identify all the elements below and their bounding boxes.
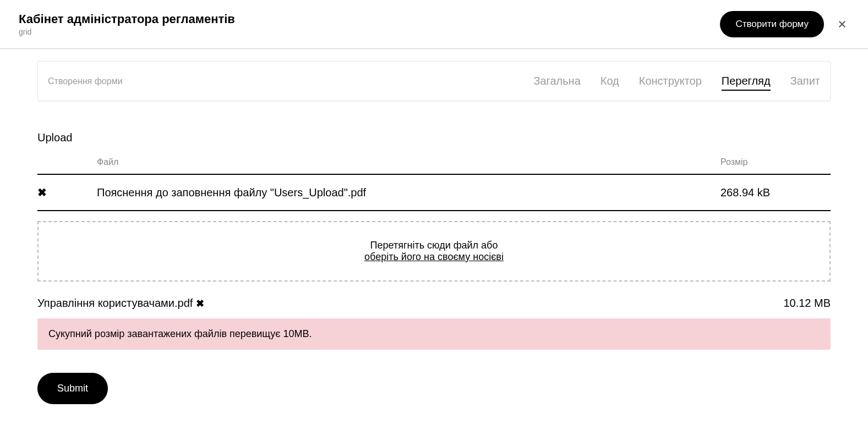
tab-request[interactable]: Запит	[790, 62, 820, 101]
tab-bar: Створення форми Загальна Код Конструктор…	[37, 61, 831, 101]
file-table-header: Файл Розмір	[37, 157, 831, 175]
tab-preview[interactable]: Перегляд	[722, 62, 771, 101]
remove-file-button[interactable]: ✖	[37, 186, 47, 199]
error-banner: Сукупний розмір завантажених файлів пере…	[37, 318, 831, 350]
tab-code[interactable]: Код	[600, 62, 619, 101]
submit-button[interactable]: Submit	[37, 373, 108, 404]
dropzone-browse-link[interactable]: оберіть його на своєму носієві	[364, 251, 504, 262]
file-table: Файл Розмір ✖ Пояснення до заповнення фа…	[37, 157, 831, 211]
secondary-file-row: Управління користувачами.pdf ✖ 10.12 MB	[37, 297, 831, 310]
dropzone-text: Перетягніть сюди файл або	[56, 240, 812, 251]
tab-general[interactable]: Загальна	[533, 62, 580, 101]
file-dropzone[interactable]: Перетягніть сюди файл або оберіть його н…	[37, 221, 831, 282]
tab-bar-label: Створення форми	[48, 63, 123, 100]
x-icon: ✖	[37, 186, 47, 199]
file-size-cell: 268.94 kB	[720, 186, 831, 199]
header-left: Кабінет адміністратора регламентів grid	[19, 12, 235, 36]
x-icon: ✖	[196, 298, 204, 309]
close-icon	[837, 19, 847, 29]
col-file-header: Файл	[97, 157, 720, 167]
secondary-file-left: Управління користувачами.pdf ✖	[37, 297, 204, 310]
create-form-button[interactable]: Створити форму	[720, 11, 824, 37]
header-right: Створити форму	[720, 11, 849, 37]
tab-constructor[interactable]: Конструктор	[639, 62, 702, 101]
secondary-file-name: Управління користувачами.pdf	[37, 297, 193, 310]
content-area: Створення форми Загальна Код Конструктор…	[0, 61, 868, 404]
col-action: ✖	[37, 186, 97, 199]
upload-section: Upload Файл Розмір ✖ Пояснення до заповн…	[37, 131, 831, 404]
secondary-file-size: 10.12 MB	[783, 297, 831, 310]
page-header: Кабінет адміністратора регламентів grid …	[0, 0, 868, 49]
upload-label: Upload	[37, 131, 831, 144]
remove-secondary-file-button[interactable]: ✖	[196, 297, 204, 310]
table-row: ✖ Пояснення до заповнення файлу "Users_U…	[37, 175, 831, 211]
col-action-header	[37, 157, 97, 167]
page-title: Кабінет адміністратора регламентів	[19, 12, 235, 26]
file-name-cell: Пояснення до заповнення файлу "Users_Upl…	[97, 186, 720, 199]
col-size-header: Розмір	[720, 157, 831, 167]
page-subtitle: grid	[19, 27, 235, 36]
tabs-container: Загальна Код Конструктор Перегляд Запит	[533, 62, 820, 101]
close-button[interactable]	[835, 17, 849, 31]
